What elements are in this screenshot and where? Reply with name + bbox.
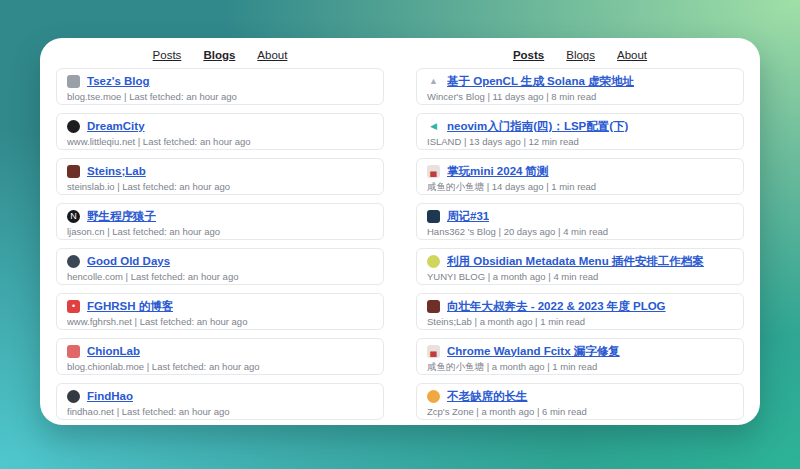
good-old-days-favicon [67,255,80,268]
list-item[interactable]: ▲ 基于 OpenCL 生成 Solana 虚荣地址 Wincer's Blog… [416,68,744,105]
item-title-row: ▄ 掌玩mini 2024 简测 [427,164,733,178]
posts-panel: PostsBlogsAbout ▲ 基于 OpenCL 生成 Solana 虚荣… [400,44,760,425]
tab-about[interactable]: About [617,49,647,61]
xianyu-pond-favicon: ▄ [427,165,440,178]
steinslab-favicon [67,165,80,178]
item-title-row: ▄ Chrome Wayland Fcitx 漏字修复 [427,344,733,358]
list-item[interactable]: Good Old Days hencolle.com | Last fetche… [56,248,384,285]
item-title-link[interactable]: 掌玩mini 2024 简测 [447,164,549,179]
item-meta: www.fghrsh.net | Last fetched: an hour a… [67,316,373,327]
blogs-panel: PostsBlogsAbout Tsez's Blog blog.tse.moe… [40,44,400,425]
item-title-link[interactable]: neovim入门指南(四)：LSP配置(下) [447,119,628,134]
hans362-favicon [427,210,440,223]
item-meta: blog.chionlab.moe | Last fetched: an hou… [67,361,373,372]
item-title-link[interactable]: Good Old Days [87,255,170,267]
fghrsh-favicon: • [67,300,80,313]
tab-bar: PostsBlogsAbout [416,44,744,68]
island-favicon: ◀ [427,120,440,133]
item-title-row: 不老缺席的长生 [427,389,733,403]
list-item[interactable]: Steins;Lab steinslab.io | Last fetched: … [56,158,384,195]
item-title-link[interactable]: 周记#31 [447,209,489,224]
item-title-row: • FGHRSH 的博客 [67,299,373,313]
tab-blogs[interactable]: Blogs [203,49,235,61]
item-meta: ISLAND | 13 days ago | 12 min read [427,136,733,147]
list-item[interactable]: ChionLab blog.chionlab.moe | Last fetche… [56,338,384,375]
item-meta: blog.tse.moe | Last fetched: an hour ago [67,91,373,102]
item-title-row: Tsez's Blog [67,74,373,88]
list-item[interactable]: N 野生程序猿子 ljason.cn | Last fetched: an ho… [56,203,384,240]
tab-bar: PostsBlogsAbout [56,44,384,68]
list-item[interactable]: 利用 Obsidian Metadata Menu 插件安排工作档案 YUNYI… [416,248,744,285]
item-title-link[interactable]: FGHRSH 的博客 [87,299,173,314]
yunyi-blog-favicon [427,255,440,268]
item-meta: ljason.cn | Last fetched: an hour ago [67,226,373,237]
item-title-row: ChionLab [67,344,373,358]
tsez-blog-favicon [67,75,80,88]
item-title-link[interactable]: 基于 OpenCL 生成 Solana 虚荣地址 [447,74,634,89]
item-meta: Steins;Lab | a month ago | 1 min read [427,316,733,327]
tab-about[interactable]: About [257,49,287,61]
item-title-row: ◀ neovim入门指南(四)：LSP配置(下) [427,119,733,133]
item-meta: Wincer's Blog | 11 days ago | 8 min read [427,91,733,102]
xianyu-pond-favicon: ▄ [427,345,440,358]
item-title-row: DreamCity [67,119,373,133]
chionlab-favicon [67,345,80,358]
list-item[interactable]: ▄ 掌玩mini 2024 简测 咸鱼的小鱼塘 | 14 days ago | … [416,158,744,195]
wincer-blog-favicon: ▲ [427,75,440,88]
list-item[interactable]: Tsez's Blog blog.tse.moe | Last fetched:… [56,68,384,105]
item-title-row: FindHao [67,389,373,403]
item-meta: 咸鱼的小鱼塘 | a month ago | 1 min read [427,361,733,372]
item-title-link[interactable]: 野生程序猿子 [87,209,156,224]
list-item[interactable]: 周记#31 Hans362 's Blog | 20 days ago | 4 … [416,203,744,240]
list-item[interactable]: 不老缺席的长生 Zcp's Zone | a month ago | 6 min… [416,383,744,420]
item-title-link[interactable]: 向壮年大叔奔去 - 2022 & 2023 年度 PLOG [447,299,666,314]
tab-blogs[interactable]: Blogs [566,49,595,61]
item-title-link[interactable]: Steins;Lab [87,165,146,177]
item-title-row: 向壮年大叔奔去 - 2022 & 2023 年度 PLOG [427,299,733,313]
zcp-zone-favicon [427,390,440,403]
item-title-row: 利用 Obsidian Metadata Menu 插件安排工作档案 [427,254,733,268]
item-title-row: 周记#31 [427,209,733,223]
list-item[interactable]: ◀ neovim入门指南(四)：LSP配置(下) ISLAND | 13 day… [416,113,744,150]
item-title-link[interactable]: 利用 Obsidian Metadata Menu 插件安排工作档案 [447,254,704,269]
item-meta: 咸鱼的小鱼塘 | 14 days ago | 1 min read [427,181,733,192]
item-title-row: Good Old Days [67,254,373,268]
steinslab-favicon [427,300,440,313]
item-title-row: ▲ 基于 OpenCL 生成 Solana 虚荣地址 [427,74,733,88]
item-meta: steinslab.io | Last fetched: an hour ago [67,181,373,192]
item-meta: YUNYI BLOG | a month ago | 4 min read [427,271,733,282]
item-list: Tsez's Blog blog.tse.moe | Last fetched:… [56,68,384,420]
item-title-link[interactable]: FindHao [87,390,133,402]
item-meta: www.littleqiu.net | Last fetched: an hou… [67,136,373,147]
item-title-link[interactable]: DreamCity [87,120,145,132]
item-list: ▲ 基于 OpenCL 生成 Solana 虚荣地址 Wincer's Blog… [416,68,744,420]
page-background: PostsBlogsAbout Tsez's Blog blog.tse.moe… [0,0,800,469]
list-item[interactable]: DreamCity www.littleqiu.net | Last fetch… [56,113,384,150]
list-item[interactable]: FindHao findhao.net | Last fetched: an h… [56,383,384,420]
list-item[interactable]: 向壮年大叔奔去 - 2022 & 2023 年度 PLOG Steins;Lab… [416,293,744,330]
main-card: PostsBlogsAbout Tsez's Blog blog.tse.moe… [40,38,760,425]
list-item[interactable]: ▄ Chrome Wayland Fcitx 漏字修复 咸鱼的小鱼塘 | a m… [416,338,744,375]
dreamcity-favicon [67,120,80,133]
item-meta: Hans362 's Blog | 20 days ago | 4 min re… [427,226,733,237]
tab-posts[interactable]: Posts [513,49,544,61]
item-title-link[interactable]: ChionLab [87,345,140,357]
findhao-favicon [67,390,80,403]
item-title-link[interactable]: 不老缺席的长生 [447,389,528,404]
list-item[interactable]: • FGHRSH 的博客 www.fghrsh.net | Last fetch… [56,293,384,330]
item-title-link[interactable]: Tsez's Blog [87,75,150,87]
item-meta: Zcp's Zone | a month ago | 6 min read [427,406,733,417]
item-title-row: Steins;Lab [67,164,373,178]
item-meta: findhao.net | Last fetched: an hour ago [67,406,373,417]
tab-posts[interactable]: Posts [153,49,182,61]
item-title-row: N 野生程序猿子 [67,209,373,223]
item-meta: hencolle.com | Last fetched: an hour ago [67,271,373,282]
item-title-link[interactable]: Chrome Wayland Fcitx 漏字修复 [447,344,620,359]
wild-programmer-favicon: N [67,210,80,223]
